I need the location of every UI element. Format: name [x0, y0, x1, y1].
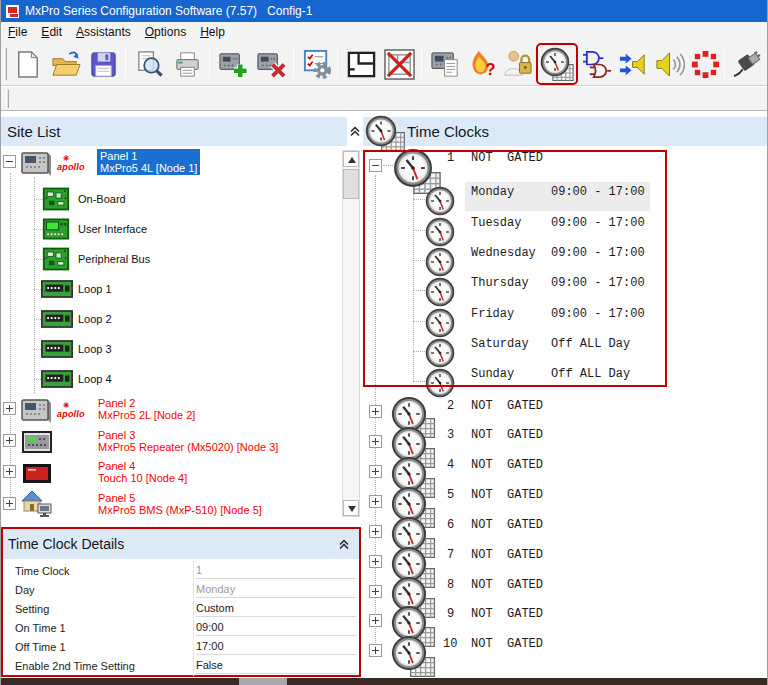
menu-file[interactable]: File	[1, 23, 34, 41]
usb-icon	[732, 49, 763, 80]
expander-panel-4-expand[interactable]	[3, 465, 16, 478]
floor-plan-delete-button[interactable]	[381, 46, 417, 82]
menu-assistants[interactable]: Assistants	[69, 23, 138, 41]
tree-item-peripheral-bus[interactable]: Peripheral Bus	[78, 253, 150, 265]
tree-item-on-board[interactable]: On-Board	[78, 193, 126, 205]
tree-item-panel-2[interactable]: Panel 2 MxPro5 2L [Node 2]	[98, 397, 195, 421]
scroll-down-button[interactable]	[343, 500, 359, 516]
tree-item-panel-4[interactable]: Panel 4 Touch 10 [Node 4]	[98, 460, 187, 484]
add-panel-button[interactable]	[215, 46, 251, 82]
tree-item-loop-1[interactable]: Loop 1	[78, 283, 112, 295]
tree-item-panel-1[interactable]: Panel 1 MxPro5 4L [Node 1]	[97, 149, 200, 175]
expander-clock-7-expand[interactable]	[369, 555, 382, 568]
open-config-button[interactable]	[47, 46, 83, 82]
print-preview-button[interactable]	[131, 46, 167, 82]
clock-8-number[interactable]: 8	[447, 578, 454, 592]
time-clocks-button[interactable]	[539, 46, 575, 82]
print-icon	[172, 49, 203, 80]
floor-plan-delete-icon	[384, 49, 415, 80]
tree-item-loop-3[interactable]: Loop 3	[78, 343, 112, 355]
collapse-chevron-icon[interactable]	[348, 124, 362, 138]
clock-5-number[interactable]: 5	[447, 488, 454, 502]
clock-3-number[interactable]: 3	[447, 428, 454, 442]
panel-report-button[interactable]	[427, 46, 463, 82]
details-value-off-time-1[interactable]: 17:00	[196, 640, 356, 655]
tree-item-loop-4[interactable]: Loop 4	[78, 373, 112, 385]
touch-panel-icon	[21, 457, 53, 489]
fire-query-button[interactable]	[463, 46, 499, 82]
expander-clock-4-expand[interactable]	[369, 465, 382, 478]
details-collapse-chevron-icon[interactable]	[337, 537, 351, 551]
sounder-output-button[interactable]	[651, 46, 687, 82]
expander-clock-5-expand[interactable]	[369, 495, 382, 508]
cause-effect-ring-icon	[690, 49, 721, 80]
clock-4-status[interactable]: NOT GATED	[471, 458, 543, 472]
save-config-button[interactable]	[85, 46, 121, 82]
peripheral-bus-icon	[42, 245, 70, 273]
toolbar-grip[interactable]	[6, 90, 9, 108]
menu-help[interactable]: Help	[193, 23, 232, 41]
clock-8-status[interactable]: NOT GATED	[471, 578, 543, 592]
clock-5-status[interactable]: NOT GATED	[471, 488, 543, 502]
clock-9-number[interactable]: 9	[447, 607, 454, 621]
expander-clock-6-expand[interactable]	[369, 525, 382, 538]
expander-panel-3-expand[interactable]	[3, 434, 16, 447]
security-button[interactable]	[500, 46, 536, 82]
clock-6-status[interactable]: NOT GATED	[471, 518, 543, 532]
expander-panel-5-expand[interactable]	[3, 497, 16, 510]
tree-item-panel-5[interactable]: Panel 5 MxPro5 BMS (MxP-510) [Node 5]	[98, 492, 262, 516]
site-list-scrollbar[interactable]	[342, 150, 360, 517]
clock-7-number[interactable]: 7	[447, 548, 454, 562]
clock-10-status[interactable]: NOT GATED	[471, 637, 543, 651]
details-value-on-time-1[interactable]: 09:00	[196, 621, 356, 636]
toolbar-grip[interactable]	[4, 48, 7, 80]
print-button[interactable]	[169, 46, 205, 82]
tree-item-user-interface[interactable]: User Interface	[78, 223, 147, 235]
expander-clock-8-expand[interactable]	[369, 585, 382, 598]
clock-10-number[interactable]: 10	[443, 637, 457, 651]
clock-4-number[interactable]: 4	[447, 458, 454, 472]
expander-panel-1-collapse[interactable]	[3, 155, 16, 168]
expander-clock-2-expand[interactable]	[369, 405, 382, 418]
tree-item-loop-2[interactable]: Loop 2	[78, 313, 112, 325]
remove-panel-icon	[256, 49, 287, 80]
clock-6-number[interactable]: 6	[447, 518, 454, 532]
new-config-button[interactable]	[9, 46, 45, 82]
sounder-assign-button[interactable]	[615, 46, 651, 82]
details-value-setting[interactable]: Custom	[196, 602, 356, 617]
bms-panel-icon	[20, 488, 54, 518]
tree-item-panel-3[interactable]: Panel 3 MxPro5 Repeater (Mx5020) [Node 3…	[98, 429, 278, 453]
details-value-time-clock[interactable]: 1	[196, 564, 356, 579]
details-value-enable-2nd-time[interactable]: False	[196, 659, 356, 674]
panel-4-name: Panel 4	[98, 460, 187, 472]
menu-options-key: O	[145, 25, 154, 39]
clock-9-status[interactable]: NOT GATED	[471, 607, 543, 621]
cause-effect-button[interactable]	[687, 46, 723, 82]
clock-3-status[interactable]: NOT GATED	[471, 428, 543, 442]
clock-2-number[interactable]: 2	[447, 399, 454, 413]
remove-panel-button[interactable]	[253, 46, 289, 82]
expander-panel-2-expand[interactable]	[3, 402, 16, 415]
expander-clock-3-expand[interactable]	[369, 435, 382, 448]
scroll-up-button[interactable]	[343, 151, 359, 167]
repeater-panel-icon	[21, 426, 53, 458]
clock-2-status[interactable]: NOT GATED	[471, 399, 543, 413]
details-value-day[interactable]: Monday	[196, 583, 356, 598]
title-bar: MxPro Series Configuration Software (7.5…	[1, 0, 768, 22]
expander-clock-10-expand[interactable]	[369, 644, 382, 657]
expander-clock-9-expand[interactable]	[369, 614, 382, 627]
toolbar-separator	[209, 48, 210, 79]
menu-bar: File Edit Assistants Options Help	[1, 22, 768, 42]
details-header: Time Clock Details	[3, 529, 359, 559]
menu-edit[interactable]: Edit	[34, 23, 69, 41]
options-button[interactable]	[299, 46, 335, 82]
details-row-off-time-1: Off Time 1 17:00	[3, 638, 359, 657]
details-label: Day	[15, 584, 35, 596]
floor-plan-button[interactable]	[343, 46, 379, 82]
logic-gates-button[interactable]	[579, 46, 615, 82]
connect-usb-button[interactable]	[729, 46, 765, 82]
menu-options[interactable]: Options	[138, 23, 193, 41]
tree-connector	[34, 177, 35, 393]
scroll-thumb[interactable]	[343, 169, 359, 199]
clock-7-status[interactable]: NOT GATED	[471, 548, 543, 562]
